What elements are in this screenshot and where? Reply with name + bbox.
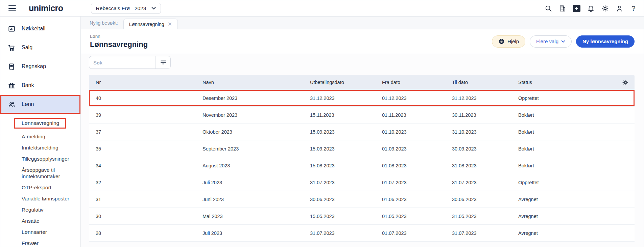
cell-nr: 34 (89, 163, 196, 168)
sidebar-item-label: Lønn (22, 101, 34, 107)
sidebar-item-salg[interactable]: Salg (0, 38, 80, 57)
sidebar-subitem[interactable]: Variable lønnsposter (0, 193, 80, 204)
column-header-utbetalingsdato[interactable]: Utbetalingsdato (303, 80, 375, 85)
sidebar-subitem[interactable]: Regulativ (0, 204, 80, 215)
cell-til-dato: 30.06.2023 (445, 197, 511, 202)
sidebar-item-label: Nøkkeltall (22, 26, 45, 32)
table-row[interactable]: 37 Oktober 2023 15.09.2023 01.10.2023 31… (89, 124, 635, 140)
submenu-item-label: A-melding (22, 133, 45, 140)
submenu-item-label: Lønnsarter (22, 229, 47, 235)
table-row[interactable]: 35 September 2023 15.09.2023 01.09.2023 … (89, 140, 635, 157)
table-row[interactable]: 39 November 2023 15.11.2023 01.11.2023 3… (89, 107, 635, 124)
cell-til-dato: 31.07.2023 (445, 180, 511, 185)
sidebar-subitem[interactable]: A-melding (0, 131, 80, 142)
cell-navn: Mai 2023 (196, 214, 303, 219)
company-selector[interactable]: Rebecca's Frø 2023 (91, 3, 161, 14)
cell-fra-dato: 01.11.2023 (375, 112, 445, 118)
cell-nr: 39 (89, 112, 196, 118)
column-header-navn[interactable]: Navn (196, 80, 303, 85)
company-switcher-icon[interactable] (558, 4, 567, 12)
sidebar-subitem[interactable]: Lønnsarter (0, 227, 80, 237)
table-row[interactable]: 32 Juli 2023 31.07.2023 01.07.2023 31.07… (89, 174, 635, 191)
submenu-item-label: Fravær (22, 240, 39, 246)
cell-navn: September 2023 (196, 146, 303, 152)
cell-nr: 28 (89, 230, 196, 236)
sidebar-subitem[interactable]: Fravær (0, 238, 80, 247)
cell-nr: 40 (89, 95, 196, 101)
cell-til-dato: 31.05.2023 (445, 214, 511, 219)
table-row[interactable]: 31 Juni 2023 30.06.2023 01.06.2023 30.06… (89, 191, 635, 208)
more-options-button[interactable]: Flere valg (530, 35, 572, 48)
table-row[interactable]: 40 Desember 2023 31.12.2023 01.12.2023 3… (89, 90, 635, 107)
cell-navn: November 2023 (196, 112, 303, 118)
table-settings-gear-icon[interactable] (622, 79, 628, 86)
app-window: unimicro Rebecca's Frø 2023 + (0, 0, 644, 247)
payroll-table: Nr Navn Utbetalingsdato Fra dato Til dat… (89, 75, 635, 242)
cell-fra-dato: 01.07.2023 (375, 180, 445, 185)
cell-nr: 35 (89, 146, 196, 152)
cell-utbetalingsdato: 31.07.2023 (303, 180, 375, 185)
sidebar-subitem[interactable]: Ansatte (0, 216, 80, 226)
help-button[interactable]: Hjelp (492, 35, 525, 48)
sidebar-item-regnskap[interactable]: Regnskap (0, 57, 80, 76)
sidebar-subitem[interactable]: Tilleggsopplysninger (0, 154, 80, 164)
cell-fra-dato: 01.12.2023 (375, 95, 445, 101)
company-year: 2023 (135, 5, 146, 11)
sidebar-subitem[interactable]: Inntektsmelding (0, 142, 80, 153)
sidebar-subitem[interactable]: OTP-eksport (0, 182, 80, 193)
chevron-down-icon (561, 40, 565, 43)
settings-gear-icon[interactable] (601, 4, 609, 12)
table-row[interactable]: 34 August 2023 15.08.2023 01.08.2023 31.… (89, 157, 635, 174)
cell-utbetalingsdato: 15.05.2023 (303, 214, 375, 219)
submenu-item-label: Variable lønnsposter (22, 195, 69, 202)
tab-lonnsavregning[interactable]: Lønnsavregning ✕ (123, 19, 178, 29)
add-icon[interactable]: + (572, 4, 581, 12)
topbar: unimicro Rebecca's Frø 2023 + (0, 0, 644, 17)
search-icon[interactable] (544, 4, 552, 12)
column-header-nr[interactable]: Nr (89, 80, 196, 85)
cell-utbetalingsdato: 31.12.2023 (303, 95, 375, 101)
tab-label: Lønnsavregning (129, 22, 164, 27)
sidebar-item-lonn[interactable]: Lønn (0, 95, 80, 114)
help-icon[interactable]: ? (629, 4, 638, 12)
column-header-status[interactable]: Status (518, 80, 532, 85)
cell-til-dato: 30.09.2023 (445, 146, 511, 152)
column-header-fra-dato[interactable]: Fra dato (375, 80, 445, 85)
table-row[interactable]: 28 Juli 2023 31.07.2023 01.07.2023 31.07… (89, 225, 635, 242)
sidebar-subitem[interactable]: Årsoppgave til inntektsmottaker (0, 165, 80, 182)
sidebar-subitem[interactable]: Lønnsavregning (0, 116, 80, 131)
table-row[interactable]: 30 Mai 2023 15.05.2023 01.05.2023 31.05.… (89, 208, 635, 225)
company-name: Rebecca's Frø (96, 5, 130, 11)
sidebar: Nøkkeltall Salg (0, 17, 81, 247)
sidebar-item-label: Bank (22, 82, 34, 88)
close-icon[interactable]: ✕ (168, 22, 172, 27)
sidebar-item-bank[interactable]: Bank (0, 76, 80, 95)
filter-icon[interactable] (156, 56, 170, 68)
breadcrumb: Lønn (90, 34, 492, 39)
lifebuoy-icon (498, 38, 505, 45)
user-icon[interactable] (615, 4, 623, 12)
sidebar-item-label: Regnskap (22, 63, 46, 70)
people-icon (7, 100, 16, 108)
cell-fra-dato: 01.06.2023 (375, 197, 445, 202)
cell-status: Opprettet (511, 180, 635, 185)
submenu-item-label: Ansatte (22, 218, 40, 224)
app-logo: unimicro (29, 3, 63, 13)
column-header-til-dato[interactable]: Til dato (445, 80, 511, 85)
sidebar-submenu: Lønnsavregning A-melding Inntektsmelding… (0, 114, 80, 247)
more-options-label: Flere valg (536, 38, 558, 44)
cell-navn: Juni 2023 (196, 197, 303, 202)
new-payroll-label: Ny lønnsavregning (582, 38, 628, 44)
cell-fra-dato: 01.09.2023 (375, 146, 445, 152)
search-group (89, 56, 171, 69)
new-payroll-button[interactable]: Ny lønnsavregning (576, 35, 635, 48)
content: Nr Navn Utbetalingsdato Fra dato Til dat… (81, 54, 644, 247)
sidebar-item-nokkeltall[interactable]: Nøkkeltall (0, 19, 80, 38)
notifications-bell-icon[interactable] (587, 4, 595, 12)
submenu-item-label: OTP-eksport (22, 184, 51, 191)
cell-til-dato: 31.07.2023 (445, 230, 511, 236)
search-input[interactable] (89, 56, 156, 68)
hamburger-menu-icon[interactable] (8, 4, 17, 13)
cell-status: Avregnet (511, 197, 635, 202)
cell-status: Avregnet (511, 214, 635, 219)
